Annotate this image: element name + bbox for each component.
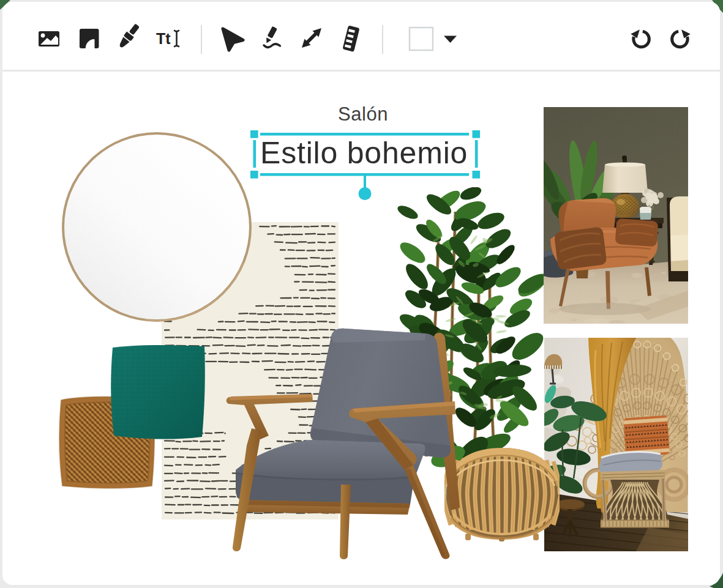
svg-text:Tt: Tt: [156, 30, 171, 47]
